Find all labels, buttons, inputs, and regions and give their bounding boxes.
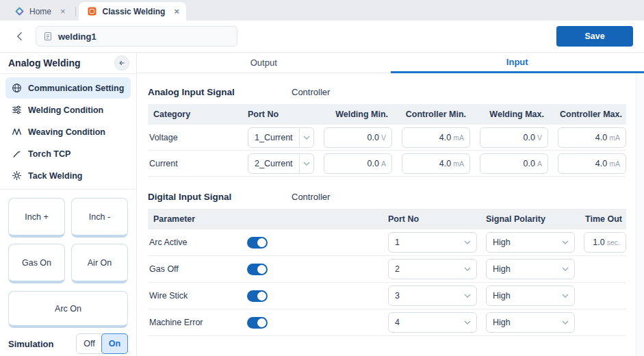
main-panel: Output Input Analog Input Signal Control… (137, 53, 644, 356)
inch-plus-button[interactable]: Inch + (8, 198, 65, 238)
sliders-icon (11, 105, 22, 116)
sidebar-item-label: Weaving Condition (28, 127, 105, 137)
column-header: Category (148, 110, 238, 119)
scrollbar-gutter[interactable] (636, 73, 644, 356)
controller-min-input[interactable]: 4.0mA (402, 127, 470, 148)
timeout-input[interactable]: 1.0sec. (584, 232, 626, 253)
enable-toggle[interactable] (247, 290, 268, 302)
globe-icon (11, 83, 22, 94)
chevron-down-icon (459, 286, 476, 305)
sidebar-item-label: Tack Welding (28, 171, 82, 181)
polarity-select[interactable]: High (486, 312, 575, 333)
tab-label: Home (29, 7, 51, 16)
digital-table-header: Parameter Port No Signal Polarity Time O… (148, 209, 626, 229)
sidebar-item-label: Torch TCP (28, 149, 70, 159)
chevron-down-icon (556, 313, 574, 332)
welding-max-input[interactable]: 0.0V (480, 127, 548, 148)
sidebar-item-label: Communication Setting (28, 84, 124, 93)
column-header: Welding Max. (480, 110, 548, 119)
inch-minus-button[interactable]: Inch - (71, 198, 128, 238)
port-select[interactable]: 2 (388, 259, 477, 279)
digital-section-subtitle: Controller (292, 192, 330, 202)
port-select[interactable]: 2_Current (248, 153, 314, 174)
simulation-toggle-group: Off On (76, 333, 128, 354)
gas-on-button[interactable]: Gas On (8, 244, 65, 283)
column-header: Controller Min. (402, 110, 470, 119)
parameter-label: Wire Stick (148, 291, 238, 301)
enable-toggle[interactable] (247, 237, 268, 249)
simulation-on-button[interactable]: On (101, 333, 128, 354)
column-header: Port No (388, 214, 477, 224)
port-select[interactable]: 1 (388, 232, 477, 253)
category-label: Current (148, 159, 238, 168)
close-icon[interactable]: × (60, 7, 66, 16)
file-name-input[interactable]: welding1 (36, 26, 237, 47)
digital-row-arc-active: Arc Active 1 High (148, 229, 626, 256)
toolbar: welding1 Save (0, 21, 644, 53)
sidebar-item-welding-condition[interactable]: Welding Condition (5, 99, 131, 120)
simulation-label: Simulation (8, 339, 53, 349)
polarity-select[interactable]: High (486, 232, 575, 253)
sidebar-item-label: Welding Condition (28, 105, 103, 115)
port-select[interactable]: 3 (388, 285, 477, 306)
digital-row-machine-error: Machine Error 4 High (148, 309, 626, 336)
chevron-down-icon (556, 259, 574, 279)
analog-section-title: Analog Input Signal (148, 87, 292, 97)
sidebar-item-weaving-condition[interactable]: Weaving Condition (5, 121, 131, 142)
zigzag-icon (11, 127, 22, 138)
controller-min-input[interactable]: 4.0mA (402, 153, 470, 174)
tab-label: Classic Welding (103, 7, 166, 16)
chevron-down-icon (459, 233, 476, 252)
file-name-value: welding1 (58, 31, 96, 42)
controller-max-input[interactable]: 4.0mA (558, 153, 626, 174)
save-button[interactable]: Save (556, 26, 633, 47)
sidebar-divider (0, 189, 136, 190)
parameter-label: Machine Error (148, 318, 238, 327)
controller-max-input[interactable]: 4.0mA (558, 127, 626, 148)
pen-icon (11, 149, 22, 160)
tab-home[interactable]: Home × (5, 2, 73, 21)
port-select[interactable]: 4 (388, 312, 477, 333)
polarity-select[interactable]: High (486, 259, 575, 279)
column-header: Welding Min. (324, 110, 392, 119)
chevron-left-icon (16, 31, 23, 41)
port-select[interactable]: 1_Current (248, 127, 314, 148)
chevron-down-icon (299, 128, 313, 147)
tab-separator (75, 7, 76, 16)
sidebar-item-communication-setting[interactable]: Communication Setting (5, 77, 131, 99)
column-header: Controller Max. (558, 110, 626, 119)
sidebar-title: Analog Welding (8, 58, 81, 68)
document-icon (43, 31, 53, 41)
column-header: Port No (248, 110, 314, 119)
sidebar-item-torch-tcp[interactable]: Torch TCP (5, 143, 131, 164)
window-tab-bar: Home × Classic Welding × (0, 0, 644, 21)
welding-min-input[interactable]: 0.0A (324, 153, 392, 174)
chevron-down-icon (459, 313, 476, 332)
column-header: Signal Polarity (486, 214, 575, 224)
analog-row-current: Current 2_Current 0.0A 4.0mA (148, 151, 626, 177)
enable-toggle[interactable] (247, 264, 268, 275)
welding-max-input[interactable]: 0.0A (480, 153, 548, 174)
parameter-label: Gas Off (148, 264, 238, 274)
polarity-select[interactable]: High (486, 285, 575, 306)
arc-on-button[interactable]: Arc On (8, 291, 128, 328)
sidebar-nav: Communication Setting Welding Condition (0, 74, 136, 191)
jog-button-panel: Inch + Inch - Gas On Air On Arc On (0, 191, 136, 328)
analog-table-header: Category Port No Welding Min. Controller… (148, 104, 626, 125)
tab-input[interactable]: Input (391, 53, 644, 73)
welding-min-input[interactable]: 0.0V (324, 127, 392, 148)
tab-classic-welding[interactable]: Classic Welding × (79, 2, 186, 21)
category-label: Voltage (148, 133, 238, 142)
analog-row-voltage: Voltage 1_Current 0.0V 4.0mA (148, 125, 626, 151)
simulation-off-button[interactable]: Off (77, 334, 102, 353)
sidebar: Analog Welding (0, 53, 137, 356)
close-icon[interactable]: × (174, 7, 179, 16)
tab-output[interactable]: Output (137, 53, 391, 73)
enable-toggle[interactable] (247, 317, 268, 329)
collapse-sidebar-button[interactable] (114, 55, 129, 71)
sidebar-item-tack-welding[interactable]: Tack Welding (5, 165, 131, 186)
column-header: Time Out (584, 214, 626, 224)
air-on-button[interactable]: Air On (71, 244, 128, 283)
digital-section-title: Digital Input Signal (148, 192, 292, 202)
back-button[interactable] (11, 28, 27, 44)
